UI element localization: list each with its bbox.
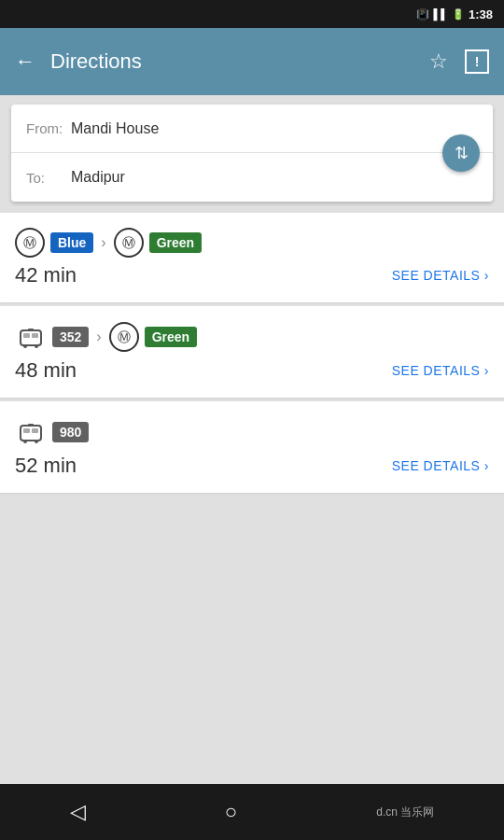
svg-rect-14 [28,424,34,427]
svg-text:Ⓜ: Ⓜ [23,235,36,250]
vibrate-icon: 📳 [416,8,429,21]
route-1-time: 42 min [15,263,77,287]
svg-rect-3 [23,333,30,338]
toolbar: ← Directions ☆ ! [0,28,504,95]
bottom-nav: ◁ ○ d.cn 当乐网 [0,784,504,840]
route-3-time: 52 min [15,454,77,478]
badge-green-1: Green [149,232,202,253]
swap-icon: ⇅ [455,143,469,163]
svg-point-12 [23,440,27,443]
svg-rect-9 [21,426,41,441]
arrow-1: › [101,234,105,251]
metro-icon-1: Ⓜ [15,228,45,258]
to-value: Madipur [71,169,125,186]
route-1-segments: Ⓜ Blue › Ⓜ Green [15,228,489,258]
page-title: Directions [50,49,414,74]
status-bar: 📳 ▌▌ 🔋 1:38 [0,0,504,28]
info-button[interactable]: ! [465,49,489,74]
svg-point-5 [23,344,27,348]
svg-rect-10 [23,428,30,433]
svg-rect-2 [21,330,41,345]
to-label: To: [26,170,63,186]
route-1-details: 42 min SEE DETAILS › [15,263,489,287]
star-button[interactable]: ☆ [429,49,448,74]
bus-icon-2 [15,321,47,353]
badge-352: 352 [52,327,89,347]
svg-point-13 [35,440,38,443]
back-button[interactable]: ← [15,49,35,74]
route-card-1: Ⓜ Blue › Ⓜ Green 42 min SEE DETAILS › [0,213,504,302]
svg-text:Ⓜ: Ⓜ [122,235,135,250]
route-3-see-details[interactable]: SEE DETAILS › [392,458,489,473]
route-3-details: 52 min SEE DETAILS › [15,454,489,478]
signal-icon: ▌▌ [433,8,448,20]
toolbar-actions: ☆ ! [429,49,489,74]
status-icons: 📳 ▌▌ 🔋 1:38 [416,7,493,21]
route-3-segments: 980 [15,416,489,448]
svg-rect-4 [32,333,38,338]
svg-rect-11 [32,428,38,433]
nav-back-button[interactable]: ◁ [70,800,86,824]
badge-green-2: Green [145,327,197,347]
swap-button[interactable]: ⇅ [442,134,480,172]
svg-text:Ⓜ: Ⓜ [118,329,131,344]
route-2-details: 48 min SEE DETAILS › [15,358,489,383]
route-1-see-details[interactable]: SEE DETAILS › [392,268,489,283]
route-card-2: 352 › Ⓜ Green 48 min SEE DETAILS › [0,306,504,398]
badge-980: 980 [52,422,89,442]
badge-blue-1: Blue [50,232,93,253]
from-label: From: [26,120,63,136]
nav-home-button[interactable]: ○ [225,800,237,824]
search-container: From: Mandi House To: Madipur ⇅ [11,105,493,202]
svg-rect-7 [28,329,34,331]
from-value: Mandi House [71,120,159,137]
route-2-see-details[interactable]: SEE DETAILS › [392,363,489,378]
results-container: Ⓜ Blue › Ⓜ Green 42 min SEE DETAILS › [0,211,504,497]
watermark: d.cn 当乐网 [376,805,434,820]
route-2-segments: 352 › Ⓜ Green [15,321,489,353]
from-field[interactable]: From: Mandi House [11,105,493,153]
battery-icon: 🔋 [452,8,465,21]
bus-icon-3 [15,416,47,448]
status-time: 1:38 [469,7,493,21]
to-field[interactable]: To: Madipur [11,153,493,202]
metro-icon-2: Ⓜ [114,228,144,258]
route-2-time: 48 min [15,358,77,383]
arrow-2: › [96,329,101,345]
metro-icon-3: Ⓜ [109,322,139,352]
route-card-3: 980 52 min SEE DETAILS › [0,401,504,493]
svg-point-6 [35,344,38,348]
